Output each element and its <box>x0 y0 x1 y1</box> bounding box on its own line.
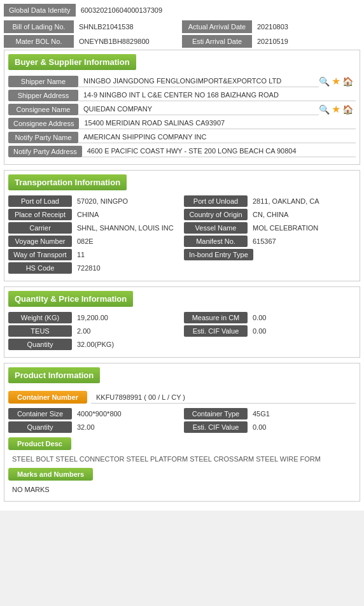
vessel-value: MOL CELEBRATION <box>248 222 356 234</box>
prod-quantity-col: Quantity 32.00 <box>8 421 180 433</box>
notify-party-name-row: Notify Party Name AMERICAN SHIPPING COMP… <box>8 131 356 143</box>
transportation-header: Transportation Information <box>8 174 127 190</box>
mater-bol-value: ONEYNB1BH8829800 <box>74 35 182 48</box>
prod-quantity-label: Quantity <box>8 421 72 433</box>
container-type-col: Container Type 45G1 <box>184 408 356 419</box>
place-receipt-value: CHINA <box>72 209 180 220</box>
buyer-supplier-header: Buyer & Supplier Information <box>8 54 136 70</box>
shipper-address-label: Shipper Address <box>8 90 78 101</box>
consignee-icons: 🔍 ★ 🏠 <box>319 103 356 115</box>
quantity-label: Quantity <box>8 339 72 350</box>
actual-arrival-cell: Actual Arrival Date 20210803 <box>182 20 360 33</box>
buyer-supplier-section: Buyer & Supplier Information Shipper Nam… <box>4 50 360 165</box>
in-bond-value <box>253 253 356 257</box>
container-number-row: Container Number KKFU7898991 ( 00 / L / … <box>8 388 356 406</box>
transport-row-2: Carrier SHNL, SHANNON, LOUIS INC Vessel … <box>8 222 356 234</box>
shipper-icons: 🔍 ★ 🏠 <box>319 75 356 87</box>
way-transport-col: Way of Transport 11 <box>8 249 180 260</box>
manifest-label: Manifest No. <box>184 236 248 247</box>
in-bond-label: In-bond Entry Type <box>184 249 253 260</box>
bol-label: Bill of Lading No. <box>4 20 74 33</box>
notify-party-name-value: AMERICAN SHIPPING COMPANY INC <box>78 131 356 143</box>
marks-text: NO MARKS <box>8 483 356 496</box>
shipper-name-value: NINGBO JIANGDONG FENGLONGIMPORT&EXPORTCO… <box>78 75 319 87</box>
vessel-col: Vessel Name MOL CELEBRATION <box>184 222 356 234</box>
cif-col: Esti. CIF Value 0.00 <box>184 325 356 337</box>
shipper-name-label: Shipper Name <box>8 76 78 87</box>
cif-label: Esti. CIF Value <box>184 325 248 337</box>
way-transport-value: 11 <box>72 249 180 260</box>
manifest-value: 615367 <box>248 236 356 247</box>
container-size-col: Container Size 4000*900*800 <box>8 408 180 419</box>
country-origin-label: Country of Origin <box>184 209 248 220</box>
teus-label: TEUS <box>8 325 72 337</box>
mater-bol-label: Mater BOL No. <box>4 35 74 48</box>
prod-quantity-value: 32.00 <box>72 421 180 433</box>
search-icon[interactable]: 🔍 <box>319 76 330 87</box>
hs-code-col: HS Code 722810 <box>8 262 180 274</box>
notify-party-address-value: 4600 E PACIFIC COAST HWY - STE 200 LONG … <box>82 145 356 157</box>
weight-value: 19,200.00 <box>72 312 180 323</box>
voyage-col: Voyage Number 082E <box>8 236 180 247</box>
bol-value: SHNLB21041538 <box>74 20 182 33</box>
global-data-label: Global Data Identity <box>4 4 76 17</box>
port-unload-col: Port of Unload 2811, OAKLAND, CA <box>184 195 356 207</box>
marks-numbers-button[interactable]: Marks and Numbers <box>8 468 93 481</box>
voyage-value: 082E <box>72 236 180 247</box>
mater-bol-cell: Mater BOL No. ONEYNB1BH8829800 <box>4 35 182 48</box>
prod-cif-label: Esti. CIF Value <box>184 421 248 433</box>
home-icon[interactable]: 🏠 <box>342 76 353 87</box>
port-unload-value: 2811, OAKLAND, CA <box>248 195 356 207</box>
global-data-row: Global Data Identity 6003202106040001373… <box>4 4 360 17</box>
esti-arrival-value: 20210519 <box>252 35 360 48</box>
home-icon[interactable]: 🏠 <box>342 104 353 115</box>
esti-arrival-label: Esti Arrival Date <box>182 35 252 48</box>
global-data-value: 600320210604000137309 <box>76 4 167 17</box>
product-desc-button[interactable]: Product Desc <box>8 437 71 450</box>
bol-cell: Bill of Lading No. SHNLB21041538 <box>4 20 182 33</box>
search-icon[interactable]: 🔍 <box>319 104 330 115</box>
transport-row-3: Voyage Number 082E Manifest No. 615367 <box>8 236 356 247</box>
measure-col: Measure in CM 0.00 <box>184 312 356 323</box>
shipper-address-row: Shipper Address 14-9 NINGBO INT L C&E CE… <box>8 89 356 101</box>
quantity-col: Quantity 32.00(PKG) <box>8 339 180 350</box>
transportation-content: Port of Load 57020, NINGPO Port of Unloa… <box>4 194 360 281</box>
buyer-supplier-content: Shipper Name NINGBO JIANGDONG FENGLONGIM… <box>4 74 360 164</box>
mater-bol-row: Mater BOL No. ONEYNB1BH8829800 Esti Arri… <box>4 35 360 48</box>
measure-label: Measure in CM <box>184 312 248 323</box>
port-unload-label: Port of Unload <box>184 195 248 207</box>
transportation-section: Transportation Information Port of Load … <box>4 170 360 281</box>
product-header: Product Information <box>8 367 100 383</box>
container-number-button[interactable]: Container Number <box>8 391 87 404</box>
product-section: Product Information Container Number KKF… <box>4 363 360 502</box>
actual-arrival-label: Actual Arrival Date <box>182 20 252 33</box>
container-type-value: 45G1 <box>248 408 356 419</box>
weight-label: Weight (KG) <box>8 312 72 323</box>
star-icon[interactable]: ★ <box>332 103 340 115</box>
star-icon[interactable]: ★ <box>332 75 340 87</box>
measure-value: 0.00 <box>248 312 356 323</box>
container-size-label: Container Size <box>8 408 72 419</box>
vessel-label: Vessel Name <box>184 222 248 234</box>
voyage-label: Voyage Number <box>8 236 72 247</box>
consignee-name-label: Consignee Name <box>8 104 78 115</box>
shipper-name-with-icons: NINGBO JIANGDONG FENGLONGIMPORT&EXPORTCO… <box>78 75 356 87</box>
notify-party-name-label: Notify Party Name <box>8 132 78 143</box>
carrier-label: Carrier <box>8 222 72 234</box>
qty-row-0: Weight (KG) 19,200.00 Measure in CM 0.00 <box>8 312 356 323</box>
consignee-name-value: QUIEDAN COMPANY <box>78 103 319 115</box>
prod-cif-col: Esti. CIF Value 0.00 <box>184 421 356 433</box>
place-receipt-col: Place of Receipt CHINA <box>8 209 180 220</box>
notify-party-address-label: Notify Party Address <box>8 146 82 157</box>
container-size-value: 4000*900*800 <box>72 408 180 419</box>
product-desc-text: STEEL BOLT STEEL CONNECTOR STEEL PLATFOR… <box>8 453 356 465</box>
carrier-value: SHNL, SHANNON, LOUIS INC <box>72 222 180 234</box>
teus-value: 2.00 <box>72 325 180 337</box>
quantity-price-section: Quantity & Price Information Weight (KG)… <box>4 286 360 358</box>
qty-row-1: TEUS 2.00 Esti. CIF Value 0.00 <box>8 325 356 337</box>
country-origin-value: CN, CHINA <box>248 209 356 220</box>
weight-col: Weight (KG) 19,200.00 <box>8 312 180 323</box>
esti-arrival-cell: Esti Arrival Date 20210519 <box>182 35 360 48</box>
country-origin-col: Country of Origin CN, CHINA <box>184 209 356 220</box>
transport-row-4: Way of Transport 11 In-bond Entry Type <box>8 249 356 260</box>
